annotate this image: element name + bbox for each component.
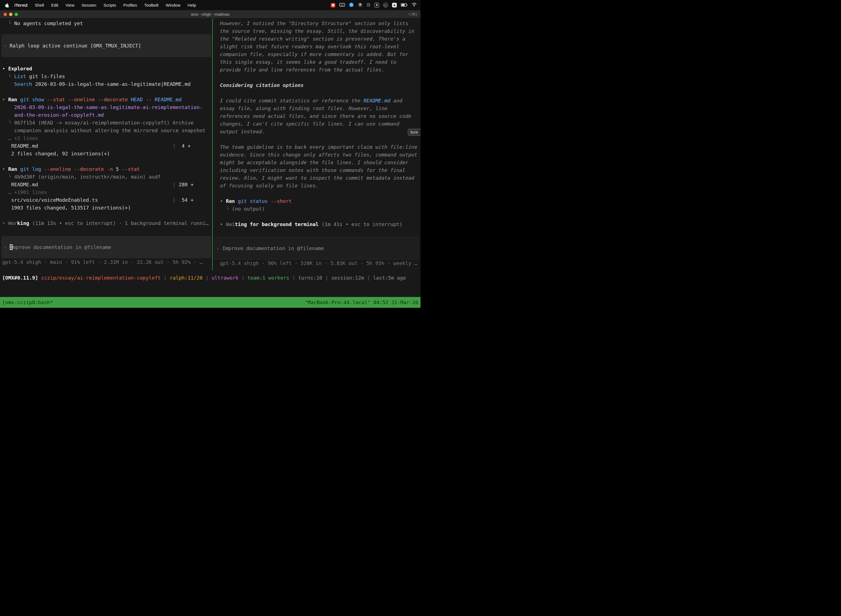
text-segment: (11m 13s • esc to interrupt) · 1 backgro… — [29, 220, 209, 226]
text-segment: review. Also, I might want to inspect th… — [220, 175, 414, 181]
terminal-line: 2026-03-09-is-legal-the-same-as-legitima… — [0, 104, 212, 111]
text-segment: companion analysis without altering the … — [2, 128, 205, 133]
text-segment: | — [173, 182, 176, 188]
apple-menu-icon[interactable] — [5, 3, 9, 7]
text-segment: output instead. — [220, 129, 265, 134]
text-segment: including verification notes with those … — [220, 167, 405, 173]
text-segment: 5 — [116, 166, 122, 172]
terminal-line: changes, I can't cite specific file line… — [213, 120, 420, 128]
text-segment: team:1 workers — [248, 275, 289, 281]
wifi-icon[interactable] — [412, 3, 417, 7]
text-segment: 2 files changed, 92 insertions(+) — [2, 151, 110, 157]
terminal-line — [213, 89, 420, 97]
menu-item[interactable]: Scripts — [104, 3, 116, 7]
right-status-line: gpt-5.4 xhigh · 96% left · 520K in · 5.8… — [213, 260, 420, 267]
zoom-button[interactable] — [15, 13, 18, 16]
terminal-line: However, I noticed the "Directory Struct… — [213, 20, 420, 27]
screen-record-icon[interactable] — [331, 3, 335, 7]
text-segment: | — [289, 275, 298, 281]
menu-item[interactable]: Edit — [51, 3, 58, 7]
text-segment: However, I noticed the "Directory Struct… — [220, 21, 408, 26]
battery-percent-icon[interactable]: 61 — [383, 3, 388, 7]
text-segment: | — [202, 275, 212, 281]
text-segment: git show — [20, 97, 47, 103]
text-segment: … +1901 lines — [8, 189, 47, 195]
text-segment: Improve documentation in @filename — [223, 245, 324, 251]
terminal-line — [0, 212, 212, 219]
text-segment: evidence. Since this change only affects… — [220, 152, 417, 158]
terminal-line: essay file, along with finding root file… — [213, 105, 420, 112]
menu-item[interactable]: Session — [82, 3, 96, 7]
terminal-line: README.md | 4 + — [0, 142, 212, 150]
menu-item[interactable]: Toolbelt — [144, 3, 159, 7]
text-segment: Explored — [8, 66, 32, 72]
text-segment: └ — [2, 73, 14, 79]
right-composer-text: › Improve documentation in @filename — [214, 245, 324, 252]
terminal-line: companion file, especially if more comme… — [213, 50, 420, 58]
terminal-line: The team guideline is to back every impo… — [213, 143, 420, 151]
text-segment: | — [173, 197, 176, 203]
minimize-button[interactable] — [9, 13, 12, 16]
dots-grid-icon[interactable] — [367, 3, 370, 7]
left-composer-input[interactable]: › Improve documentation in @filename — [1, 236, 211, 258]
terminal-line: the source tree, missing the essay. Stil… — [213, 27, 420, 35]
password-key-icon[interactable]: 8 — [374, 3, 379, 7]
terminal-line: └ 4b9d30f (origin/main, instructkr/main,… — [0, 173, 212, 181]
text-segment: • — [2, 66, 8, 72]
dark-app-icon[interactable] — [358, 3, 363, 8]
terminal-line — [0, 88, 212, 96]
window-title: omx --xhigh --madmax — [191, 12, 230, 16]
terminal-line: provide file and line references from th… — [213, 66, 420, 74]
text-segment: 4b9d30f (origin/main, instructkr/main, m… — [14, 174, 161, 180]
terminal-line: … +1901 lines — [0, 189, 212, 196]
text-segment: 1903 files changed, 513517 insertions(+) — [2, 205, 131, 211]
text-segment: README.md — [155, 97, 182, 103]
text-segment: turns:10 — [298, 275, 322, 281]
text-segment: └ — [2, 21, 14, 26]
left-pane[interactable]: └ No agents completed yet › Ralph loop a… — [0, 19, 212, 270]
ralph-inject-text: › Ralph loop active continue [OMX_TMUX_I… — [1, 42, 141, 50]
terminal-line: src/voice/voiceModeEnabled.ts | 54 + — [0, 196, 212, 204]
text-segment: | — [322, 275, 331, 281]
terminal-line: 2 files changed, 92 insertions(+) — [0, 150, 212, 158]
window-shortcut-hint: ⌥⌘1 — [407, 12, 417, 16]
menu-item[interactable]: View — [65, 3, 74, 7]
text-segment: Considering citation options — [220, 82, 303, 88]
terminal-line: and-the-erosion-of-copyleft.md — [0, 111, 212, 119]
right-pane[interactable]: However, I noticed the "Directory Struct… — [213, 19, 420, 270]
text-segment: provide file and line references from th… — [220, 67, 384, 73]
menu-item[interactable]: Window — [166, 3, 180, 7]
text-segment: HEAD — [131, 97, 146, 103]
text-segment: and — [390, 98, 402, 104]
input-source-icon[interactable]: A — [392, 3, 397, 7]
terminal-line — [213, 189, 420, 197]
terminal-line — [213, 135, 420, 143]
menu-item[interactable]: Profiles — [123, 3, 137, 7]
terminal-line: └ List git ls-files — [0, 73, 212, 80]
text-segment: of focusing solely on file lines. — [220, 183, 319, 189]
text-segment: last:5m ago — [373, 275, 406, 281]
terminal-line: this single essay, it seems like a good … — [213, 58, 420, 66]
menu-item[interactable]: Help — [188, 3, 196, 7]
right-composer-input[interactable]: › Improve documentation in @filename — [214, 237, 418, 260]
text-segment: --oneline --decorate — [44, 166, 107, 172]
text-segment: README.md — [2, 182, 173, 188]
terminal-line — [213, 213, 420, 220]
text-segment: └ — [2, 120, 14, 126]
text-segment: README.md — [2, 143, 173, 149]
terminal-line: output instead. — [213, 128, 420, 135]
text-segment: git ls-files — [26, 73, 65, 79]
text-segment: No agents completed yet — [14, 21, 83, 26]
text-segment: (1m 41s • esc to interrupt) — [319, 221, 402, 227]
ralph-inject-banner: › Ralph loop active continue [OMX_TMUX_I… — [1, 34, 211, 57]
menu-item[interactable]: iTerm2 — [14, 3, 28, 7]
battery-icon[interactable] — [401, 3, 407, 7]
close-button[interactable] — [4, 13, 7, 16]
window-title-bar[interactable]: omx --xhigh --madmax ⌥⌘1 — [0, 10, 420, 19]
menu-item[interactable]: Shell — [35, 3, 44, 7]
keyboard-icon[interactable] — [339, 3, 345, 7]
sync-icon[interactable] — [349, 3, 354, 8]
text-segment: changes, I can't cite specific file line… — [220, 121, 399, 127]
text-segment: 280 + — [176, 182, 194, 188]
text-segment: › — [4, 43, 10, 48]
